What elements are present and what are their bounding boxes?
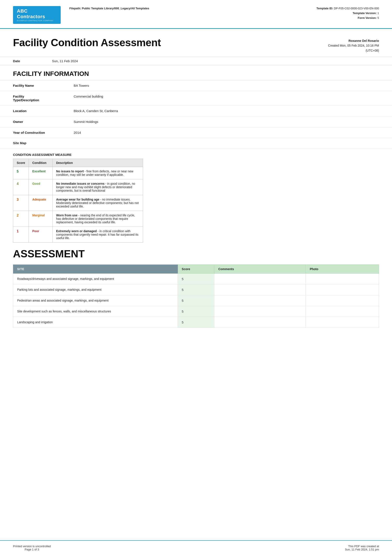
filepath-label: Filepath:	[69, 7, 81, 10]
cam-description: Average wear for building age - no immed…	[52, 195, 143, 211]
cam-condition: Marginal	[29, 211, 52, 227]
facility-field-value: Commercial building	[61, 91, 392, 106]
footer-right-line2: Sun, 11 Feb 2024, 1:51 pm	[345, 548, 379, 551]
cam-row: 4GoodNo immediate issues or concerns - i…	[13, 179, 143, 195]
form-version-row: Form Version: 5	[305, 16, 379, 20]
cam-row: 1PoorExtremely worn or damaged - in crit…	[13, 227, 143, 243]
cam-condition: Poor	[29, 227, 52, 243]
cam-score: 2	[13, 211, 29, 227]
assessment-section: ASSESSMENT SITEScoreCommentsPhoto Roadwa…	[0, 243, 392, 328]
assessment-comments	[214, 306, 306, 317]
cam-description: Extremely worn or damaged - in critical …	[52, 227, 143, 243]
facility-section-heading: FACILITY INFORMATION	[0, 65, 392, 80]
template-id-row: Template ID: DP-F05-C02-0000-023-V00-EN-…	[305, 6, 379, 11]
facility-row: Facility NameBA Towers	[0, 80, 392, 91]
assessment-photo	[306, 317, 379, 328]
facility-field-value: Summit Holdings	[61, 117, 392, 127]
logo-sub: EXAMPLE CONTRACTOR COMPANY	[17, 20, 57, 22]
filepath: Filepath: Public Template Library/000_Le…	[69, 6, 305, 11]
facility-field-label: Year of Construction	[0, 127, 61, 138]
assessment-score: 5	[178, 295, 214, 306]
facility-field-label: Location	[0, 106, 61, 117]
footer-left: Printed version is uncontrolled Page 1 o…	[13, 545, 51, 551]
cam-section: CONDITION ASSESSMENT MEASURE Score Condi…	[0, 149, 392, 243]
facility-field-value: BA Towers	[61, 80, 392, 91]
logo-box: ABC Contractors EXAMPLE CONTRACTOR COMPA…	[13, 6, 61, 24]
date-value: Sun, 11 Feb 2024	[52, 59, 78, 63]
cam-description: Worn from use - nearing the end of its e…	[52, 211, 143, 227]
cam-col-condition: Condition	[29, 159, 52, 167]
logo-area: ABC Contractors EXAMPLE CONTRACTOR COMPA…	[13, 6, 61, 25]
facility-row: Year of Construction2014	[0, 127, 392, 138]
site-map-label: Site Map	[13, 141, 379, 145]
page: ABC Contractors EXAMPLE CONTRACTOR COMPA…	[0, 0, 392, 555]
template-id-value: DP-F05-C02-0000-023-V00-EN-000	[334, 7, 379, 10]
facility-field-value: Block A, Camden St, Canberra	[61, 106, 392, 117]
assessment-col-score: Score	[178, 265, 214, 274]
footer-right: This PDF was created at Sun, 11 Feb 2024…	[345, 545, 379, 551]
assessment-site: Roadways/driveways and associated signag…	[13, 274, 178, 285]
facility-field-label: Owner	[0, 117, 61, 127]
facility-table: Facility NameBA TowersFacility Type/Desc…	[0, 80, 392, 138]
template-version-value: 1	[377, 12, 379, 15]
date-row: Date Sun, 11 Feb 2024	[0, 57, 392, 65]
site-map-row: Site Map	[0, 138, 392, 149]
cam-score: 5	[13, 167, 29, 179]
facility-field-value: 2014	[61, 127, 392, 138]
assessment-comments	[214, 295, 306, 306]
author-info: Roxanne Del Rosario Created Mon, 05 Feb …	[328, 37, 379, 53]
assessment-photo	[306, 306, 379, 317]
template-id-label: Template ID:	[316, 7, 333, 10]
filepath-value: Public Template Library/000_Legacy/All T…	[82, 7, 149, 10]
assessment-table: SITEScoreCommentsPhoto Roadways/driveway…	[13, 264, 379, 328]
assessment-score: 5	[178, 274, 214, 285]
cam-description: No immediate issues or concerns - in goo…	[52, 179, 143, 195]
facility-row: Facility Type/DescriptionCommercial buil…	[0, 91, 392, 106]
form-version-label: Form Version:	[358, 16, 377, 20]
header-right: Template ID: DP-F05-C02-0000-023-V00-EN-…	[305, 6, 379, 20]
cam-score: 3	[13, 195, 29, 211]
assessment-score: 5	[178, 306, 214, 317]
assessment-row: Landscaping and irrigation5	[13, 317, 379, 328]
cam-row: 5ExcellentNo issues to report - free fro…	[13, 167, 143, 179]
facility-field-label: Facility Type/Description	[0, 91, 61, 106]
assessment-comments	[214, 285, 306, 295]
footer-left-line1: Printed version is uncontrolled	[13, 545, 51, 548]
assessment-col-site: SITE	[13, 265, 178, 274]
header: ABC Contractors EXAMPLE CONTRACTOR COMPA…	[0, 0, 392, 29]
assessment-title: ASSESSMENT	[13, 248, 379, 260]
header-meta: Filepath: Public Template Library/000_Le…	[61, 6, 305, 11]
author-timezone: (UTC+08)	[328, 48, 379, 53]
cam-condition: Adequate	[29, 195, 52, 211]
assessment-photo	[306, 274, 379, 285]
cam-description: No issues to report - free from defects,…	[52, 167, 143, 179]
cam-table: Score Condition Description 5ExcellentNo…	[13, 159, 143, 243]
assessment-row: Parking lots and associated signage, mar…	[13, 285, 379, 295]
author-name: Roxanne Del Rosario	[328, 38, 379, 43]
template-version-label: Template Version:	[353, 12, 377, 15]
cam-condition: Good	[29, 179, 52, 195]
facility-field-label: Facility Name	[0, 80, 61, 91]
assessment-row: Site development such as fences, walls, …	[13, 306, 379, 317]
footer-left-line2: Page 1 of 3	[13, 548, 51, 551]
footer: Printed version is uncontrolled Page 1 o…	[0, 540, 392, 555]
cam-row: 2MarginalWorn from use - nearing the end…	[13, 211, 143, 227]
form-version-value: 5	[377, 16, 379, 20]
assessment-site: Site development such as fences, walls, …	[13, 306, 178, 317]
cam-row: 3AdequateAverage wear for building age -…	[13, 195, 143, 211]
assessment-site: Landscaping and irrigation	[13, 317, 178, 328]
facility-row: LocationBlock A, Camden St, Canberra	[0, 106, 392, 117]
date-label: Date	[13, 59, 35, 63]
title-section: Facility Condition Assessment Roxanne De…	[0, 29, 392, 57]
assessment-comments	[214, 317, 306, 328]
facility-row: OwnerSummit Holdings	[0, 117, 392, 127]
author-created: Created Mon, 05 Feb 2024, 10:16 PM	[328, 43, 379, 48]
assessment-col-comments: Comments	[214, 265, 306, 274]
cam-col-description: Description	[52, 159, 143, 167]
cam-col-score: Score	[13, 159, 29, 167]
cam-score: 4	[13, 179, 29, 195]
logo-text: ABC Contractors	[17, 8, 57, 20]
cam-score: 1	[13, 227, 29, 243]
cam-condition: Excellent	[29, 167, 52, 179]
doc-title: Facility Condition Assessment	[13, 37, 161, 49]
